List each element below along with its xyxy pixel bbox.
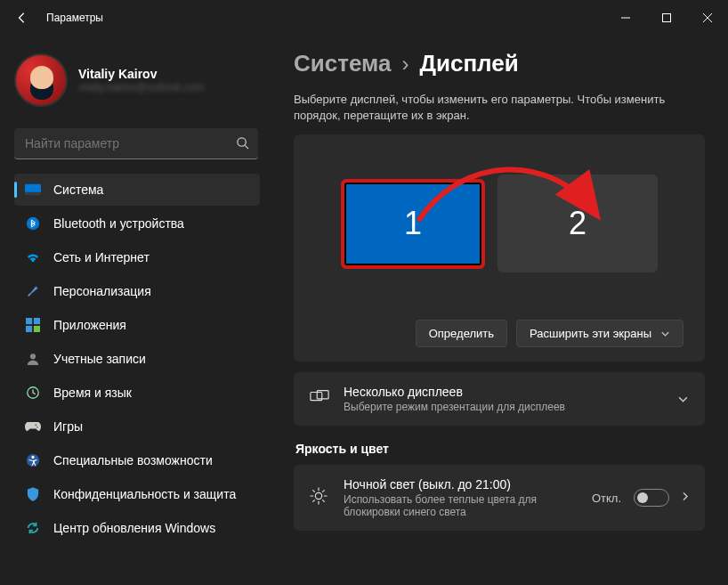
nav-system[interactable]: Система xyxy=(14,174,260,206)
nav-label: Центр обновления Windows xyxy=(53,521,215,535)
nav-label: Bluetooth и устройства xyxy=(53,216,184,231)
svg-rect-10 xyxy=(34,318,40,324)
identify-button[interactable]: Определить xyxy=(416,320,507,347)
card-title: Ночной свет (выкл. до 21:00) xyxy=(344,477,578,492)
accounts-icon xyxy=(25,351,41,367)
brush-icon xyxy=(25,283,41,299)
chevron-down-icon xyxy=(660,327,670,340)
nav-label: Специальные возможности xyxy=(53,453,213,467)
card-subtitle: Выберите режим презентации для дисплеев xyxy=(344,401,663,413)
display-arrangement-panel: 1 2 Определить Расширить эти экраны xyxy=(294,134,705,362)
extend-label: Расширить эти экраны xyxy=(530,327,651,340)
brightness-heading: Яркость и цвет xyxy=(295,442,705,456)
breadcrumb: Система › Дисплей xyxy=(294,50,705,77)
svg-point-18 xyxy=(31,456,34,459)
description-text: Выберите дисплей, чтобы изменить его пар… xyxy=(294,92,705,124)
apps-icon xyxy=(25,317,41,333)
nav-bluetooth[interactable]: Bluetooth и устройства xyxy=(14,207,260,240)
nav-personalization[interactable]: Персонализация xyxy=(14,275,260,307)
nav-gaming[interactable]: Игры xyxy=(14,410,260,443)
nav-accounts[interactable]: Учетные записи xyxy=(14,343,260,375)
sidebar: Vitaliy Kairov vitaliy.kairov@outlook.co… xyxy=(0,36,276,585)
nav-label: Приложения xyxy=(53,318,126,332)
svg-rect-1 xyxy=(663,14,671,22)
avatar xyxy=(14,53,68,107)
chevron-right-icon xyxy=(682,491,689,505)
page-title: Дисплей xyxy=(419,50,518,77)
window-controls xyxy=(605,0,728,36)
displays-icon xyxy=(310,389,329,409)
chevron-right-icon: › xyxy=(401,52,408,77)
titlebar: Параметры xyxy=(0,0,728,36)
svg-line-28 xyxy=(313,500,315,502)
night-light-card[interactable]: Ночной свет (выкл. до 21:00) Использоват… xyxy=(294,465,705,531)
svg-line-27 xyxy=(323,500,325,502)
gamepad-icon xyxy=(25,418,41,435)
accessibility-icon xyxy=(25,452,41,468)
nav-list: Система Bluetooth и устройства Сеть и Ин… xyxy=(14,174,276,544)
svg-line-5 xyxy=(245,145,248,149)
close-button[interactable] xyxy=(687,0,728,36)
nav-label: Учетные записи xyxy=(53,352,146,366)
multiple-displays-card[interactable]: Несколько дисплеев Выберите режим презен… xyxy=(294,372,705,426)
svg-rect-9 xyxy=(26,318,32,324)
update-icon xyxy=(25,520,41,536)
breadcrumb-parent[interactable]: Система xyxy=(294,50,391,77)
nav-label: Конфиденциальность и защита xyxy=(53,487,236,501)
svg-rect-7 xyxy=(25,192,41,195)
nav-label: Персонализация xyxy=(53,284,151,298)
night-light-toggle[interactable] xyxy=(634,489,669,507)
nav-time[interactable]: Время и язык xyxy=(14,377,260,409)
monitor-canvas[interactable]: 1 2 xyxy=(315,161,684,286)
search-wrap xyxy=(14,128,258,159)
svg-point-21 xyxy=(315,493,321,500)
bluetooth-icon xyxy=(25,215,41,232)
clock-icon xyxy=(25,385,41,401)
monitor-2[interactable]: 2 xyxy=(497,175,658,272)
nav-label: Сеть и Интернет xyxy=(53,250,150,264)
nav-accessibility[interactable]: Специальные возможности xyxy=(14,444,260,476)
toggle-state-label: Откл. xyxy=(592,492,621,505)
profile-email: vitaliy.kairov@outlook.com xyxy=(78,81,204,93)
svg-rect-11 xyxy=(26,326,32,332)
svg-line-26 xyxy=(313,491,315,492)
svg-point-16 xyxy=(36,427,38,428)
window-title: Параметры xyxy=(46,12,103,24)
svg-point-15 xyxy=(35,424,36,426)
extend-dropdown[interactable]: Расширить эти экраны xyxy=(516,320,684,347)
profile-name: Vitaliy Kairov xyxy=(78,67,204,81)
shield-icon xyxy=(25,486,41,502)
brightness-icon xyxy=(310,487,329,508)
monitor-1[interactable]: 1 xyxy=(341,179,485,269)
card-title: Несколько дисплеев xyxy=(344,385,663,399)
nav-update[interactable]: Центр обновления Windows xyxy=(14,512,260,544)
svg-rect-12 xyxy=(34,326,40,332)
wifi-icon xyxy=(25,249,41,265)
nav-apps[interactable]: Приложения xyxy=(14,309,260,341)
nav-network[interactable]: Сеть и Интернет xyxy=(14,241,260,273)
svg-point-13 xyxy=(30,353,36,359)
nav-label: Система xyxy=(53,183,103,197)
search-icon xyxy=(236,136,249,153)
main-content: Система › Дисплей Выберите дисплей, чтоб… xyxy=(276,36,728,585)
svg-line-29 xyxy=(323,491,325,492)
nav-label: Игры xyxy=(53,419,83,434)
minimize-button[interactable] xyxy=(605,0,646,36)
nav-privacy[interactable]: Конфиденциальность и защита xyxy=(14,478,260,510)
search-input[interactable] xyxy=(14,128,258,159)
card-subtitle: Использовать более теплые цвета для блок… xyxy=(344,493,578,518)
system-icon xyxy=(25,182,41,198)
maximize-button[interactable] xyxy=(646,0,687,36)
svg-point-4 xyxy=(238,138,246,146)
nav-label: Время и язык xyxy=(53,386,132,400)
chevron-down-icon xyxy=(677,393,689,406)
profile-block[interactable]: Vitaliy Kairov vitaliy.kairov@outlook.co… xyxy=(14,45,276,123)
back-button[interactable] xyxy=(16,12,28,24)
